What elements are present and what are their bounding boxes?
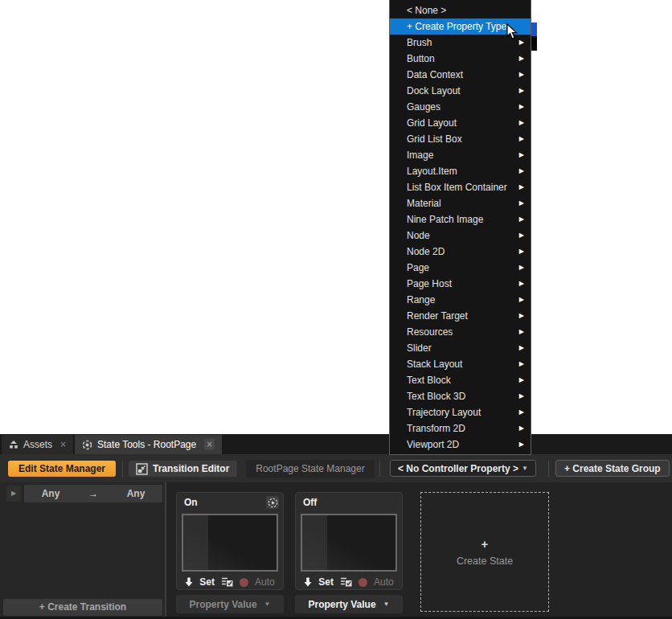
menu-item[interactable]: Range ▶ xyxy=(390,292,531,308)
disclosure-triangle-icon[interactable]: ▶ xyxy=(6,486,21,502)
menu-item[interactable]: Dock Layout ▶ xyxy=(390,83,531,99)
menu-item[interactable]: Button ▶ xyxy=(390,51,531,67)
tab-assets[interactable]: Assets × xyxy=(2,435,73,454)
auto-indicator-icon[interactable] xyxy=(240,578,248,587)
menu-item[interactable]: Grid List Box ▶ xyxy=(390,131,531,147)
tab-state-tools[interactable]: State Tools - RootPage × xyxy=(75,435,222,454)
menu-item-label: Nine Patch Image xyxy=(407,214,483,225)
menu-item-label: Data Context xyxy=(407,69,463,80)
submenu-arrow-icon: ▶ xyxy=(519,404,524,420)
menu-item-label: Page xyxy=(407,262,429,273)
submenu-arrow-icon: ▶ xyxy=(519,147,524,163)
menu-item[interactable]: Slider ▶ xyxy=(390,340,531,356)
checklist-icon[interactable] xyxy=(340,576,352,588)
menu-item-label: Render Target xyxy=(407,310,468,322)
menu-item-label: Range xyxy=(407,294,435,305)
create-state-group-button[interactable]: + Create State Group xyxy=(555,460,670,477)
menu-item[interactable]: Node 2D ▶ xyxy=(390,244,531,260)
controller-property-value: < No Controller Property > xyxy=(398,463,518,474)
transition-from-label: Any xyxy=(24,488,77,499)
menu-item[interactable]: Render Target ▶ xyxy=(390,308,531,324)
state-preview-thumbnail[interactable] xyxy=(301,514,397,572)
set-button[interactable]: Set xyxy=(199,576,215,588)
tab-assets-close-icon[interactable]: × xyxy=(60,439,66,450)
state-tools-toolbar: Edit State Manager Transition Editor Roo… xyxy=(0,454,672,482)
set-button[interactable]: Set xyxy=(318,576,334,588)
menu-item[interactable]: Transform 2D ▶ xyxy=(390,420,531,437)
submenu-arrow-icon: ▶ xyxy=(519,99,524,115)
menu-item[interactable]: Nine Patch Image ▶ xyxy=(390,211,531,228)
chevron-down-icon: ▼ xyxy=(522,465,528,472)
menu-item-label: Viewport 2D xyxy=(407,439,459,450)
panel-tab-bar: Assets × State Tools - RootPage × xyxy=(0,434,672,454)
menu-item[interactable]: Layout.Item ▶ xyxy=(390,163,531,179)
menu-item[interactable]: Trajectory Layout ▶ xyxy=(390,404,531,420)
toolbar-separator xyxy=(236,461,236,477)
create-state-group-label: + Create State Group xyxy=(564,463,661,474)
occluded-selection-fragment xyxy=(531,23,537,36)
menu-item[interactable]: Node ▶ xyxy=(390,228,531,244)
submenu-arrow-icon: ▶ xyxy=(519,292,524,308)
controller-property-dropdown[interactable]: < No Controller Property > ▼ xyxy=(390,460,536,477)
transition-row[interactable]: Any → Any xyxy=(24,485,162,502)
menu-item[interactable]: Material ▶ xyxy=(390,195,531,211)
menu-item[interactable]: Page Host ▶ xyxy=(390,276,531,292)
menu-item[interactable]: Gauges ▶ xyxy=(390,99,531,115)
menu-item[interactable]: Viewport 2D ▶ xyxy=(390,437,531,453)
menu-item-label: Gauges xyxy=(407,101,440,113)
create-state-button[interactable]: + Create State xyxy=(420,492,549,612)
toolbar-separator xyxy=(122,461,123,477)
menu-item-label: Trajectory Layout xyxy=(407,407,481,418)
state-preview-thumbnail[interactable] xyxy=(182,514,278,572)
go-to-state-button[interactable] xyxy=(266,496,279,509)
auto-toggle[interactable]: Auto xyxy=(374,576,394,588)
state-name-label: Off xyxy=(303,497,317,508)
menu-item[interactable]: Data Context ▶ xyxy=(390,67,531,83)
submenu-arrow-icon: ▶ xyxy=(519,388,524,404)
auto-toggle[interactable]: Auto xyxy=(255,576,275,588)
property-value-dropdown-off[interactable]: Property Value ▼ xyxy=(295,595,403,613)
submenu-arrow-icon: ▶ xyxy=(519,372,524,388)
assets-icon xyxy=(9,440,18,449)
state-card-on[interactable]: On Set xyxy=(176,492,284,590)
submenu-arrow-icon: ▶ xyxy=(519,51,524,67)
submenu-arrow-icon: ▶ xyxy=(519,179,524,195)
menu-item-label: Grid Layout xyxy=(407,117,457,129)
edit-state-manager-button[interactable]: Edit State Manager xyxy=(8,461,116,477)
menu-item-label: List Box Item Container xyxy=(407,182,507,193)
transition-editor-icon xyxy=(136,463,148,475)
menu-item[interactable]: Grid Layout ▶ xyxy=(390,115,531,131)
menu-item[interactable]: Text Block 3D ▶ xyxy=(390,388,531,404)
menu-item-label: + Create Property Type xyxy=(407,21,506,32)
menu-item-label: Node 2D xyxy=(407,246,445,257)
tab-state-tools-close-icon[interactable]: × xyxy=(204,439,215,450)
chevron-down-icon: ▼ xyxy=(383,601,390,608)
toolbar-separator xyxy=(548,461,549,477)
tab-state-tools-label: State Tools - RootPage xyxy=(97,439,196,450)
set-arrow-icon[interactable] xyxy=(185,577,193,587)
menu-item[interactable]: < None > ▶ xyxy=(390,2,531,18)
menu-item[interactable]: Page ▶ xyxy=(390,260,531,276)
transition-editor-button[interactable]: Transition Editor xyxy=(129,461,236,477)
menu-item-label: Layout.Item xyxy=(407,166,457,177)
plus-icon: + xyxy=(481,537,489,551)
checklist-icon[interactable] xyxy=(221,576,233,588)
menu-item[interactable]: Image ▶ xyxy=(390,147,531,163)
submenu-arrow-icon: ▶ xyxy=(519,35,524,51)
menu-item[interactable]: Stack Layout ▶ xyxy=(390,356,531,372)
menu-item-label: Node xyxy=(407,230,430,241)
menu-item[interactable]: Resources ▶ xyxy=(390,324,531,340)
state-card-off[interactable]: Off Set Auto xyxy=(295,492,403,590)
menu-item-label: Image xyxy=(407,150,433,161)
panel-divider xyxy=(165,482,166,619)
create-transition-button[interactable]: + Create Transition xyxy=(3,599,162,616)
property-value-label: Property Value xyxy=(309,599,376,610)
property-type-menu: < None > ▶ + Create Property Type ▶ Brus… xyxy=(389,0,531,455)
auto-indicator-icon[interactable] xyxy=(359,578,367,587)
property-value-dropdown-on[interactable]: Property Value ▼ xyxy=(176,595,284,613)
menu-item[interactable]: Text Block ▶ xyxy=(390,372,531,388)
set-arrow-icon[interactable] xyxy=(304,577,312,587)
submenu-arrow-icon: ▶ xyxy=(519,211,524,228)
screen: < None > ▶ + Create Property Type ▶ Brus… xyxy=(0,0,672,619)
menu-item[interactable]: List Box Item Container ▶ xyxy=(390,179,531,195)
